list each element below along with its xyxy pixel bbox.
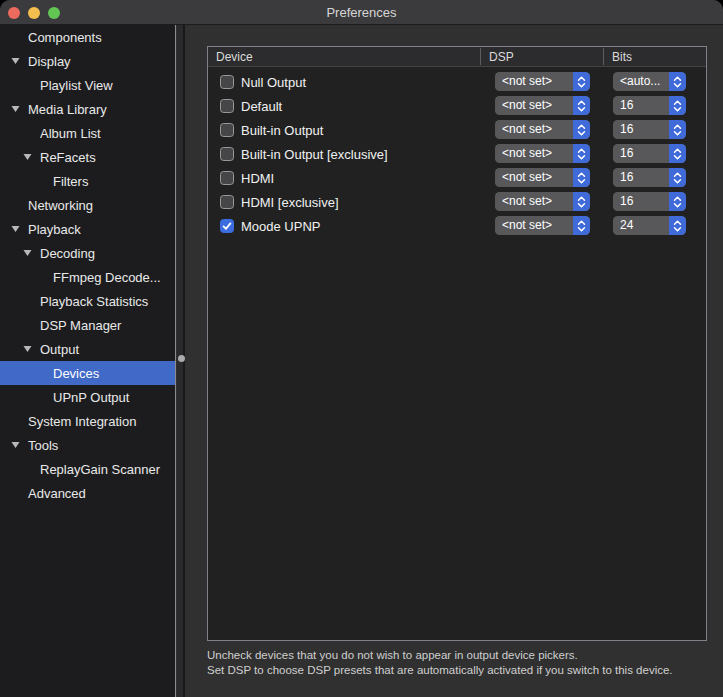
up-down-chevrons-icon — [573, 216, 590, 235]
device-checkbox[interactable] — [220, 219, 234, 233]
sidebar-item-dsp-manager[interactable]: DSP Manager — [0, 313, 175, 337]
device-checkbox[interactable] — [220, 195, 234, 209]
dsp-select[interactable]: <not set> — [495, 192, 590, 211]
footer-help-text: Uncheck devices that you do not wish to … — [207, 648, 719, 678]
sidebar-item-label: Playback — [28, 222, 81, 237]
disclosure-triangle-icon[interactable] — [23, 345, 32, 353]
column-header-device: Device — [216, 47, 253, 67]
sidebar-item-label: System Integration — [28, 414, 136, 429]
sidebar-item-label: Playback Statistics — [40, 294, 148, 309]
sidebar-item-filters[interactable]: Filters — [0, 169, 175, 193]
up-down-chevrons-icon — [573, 96, 590, 115]
sidebar-item-advanced[interactable]: Advanced — [0, 481, 175, 505]
sidebar-item-upnp-output[interactable]: UPnP Output — [0, 385, 175, 409]
sidebar-item-label: Filters — [53, 174, 88, 189]
dsp-select[interactable]: <not set> — [495, 120, 590, 139]
sidebar-item-label: Decoding — [40, 246, 95, 261]
sidebar-item-album-list[interactable]: Album List — [0, 121, 175, 145]
dsp-select[interactable]: <not set> — [495, 144, 590, 163]
dsp-select[interactable]: <not set> — [495, 216, 590, 235]
up-down-chevrons-icon — [669, 144, 686, 163]
titlebar: Preferences — [0, 0, 723, 25]
device-label: Built-in Output [exclusive] — [241, 147, 388, 162]
device-checkbox[interactable] — [220, 123, 234, 137]
sidebar-item-refacets[interactable]: ReFacets — [0, 145, 175, 169]
sidebar-item-replaygain-scanner[interactable]: ReplayGain Scanner — [0, 457, 175, 481]
column-separator — [480, 48, 481, 65]
device-checkbox[interactable] — [220, 147, 234, 161]
sidebar-item-playback[interactable]: Playback — [0, 217, 175, 241]
preferences-sidebar-tree: ComponentsDisplayPlaylist ViewMedia Libr… — [0, 25, 176, 697]
sidebar-item-output[interactable]: Output — [0, 337, 175, 361]
column-separator — [603, 48, 604, 65]
bits-select[interactable]: 16 — [613, 96, 686, 115]
bits-select[interactable]: <auto... — [613, 72, 686, 91]
sidebar-item-label: UPnP Output — [53, 390, 129, 405]
up-down-chevrons-icon — [573, 192, 590, 211]
disclosure-triangle-icon[interactable] — [11, 225, 20, 233]
table-body: Null Output<not set><auto...Default<not … — [208, 67, 706, 238]
disclosure-triangle-icon[interactable] — [11, 105, 20, 113]
up-down-chevrons-icon — [573, 144, 590, 163]
device-checkbox[interactable] — [220, 171, 234, 185]
up-down-chevrons-icon — [669, 216, 686, 235]
sidebar-item-networking[interactable]: Networking — [0, 193, 175, 217]
sidebar-item-playlist-view[interactable]: Playlist View — [0, 73, 175, 97]
sidebar-item-label: Devices — [53, 366, 99, 381]
dsp-select[interactable]: <not set> — [495, 72, 590, 91]
bits-select[interactable]: 16 — [613, 144, 686, 163]
sidebar-item-tools[interactable]: Tools — [0, 433, 175, 457]
sidebar-item-label: Advanced — [28, 486, 86, 501]
dsp-select[interactable]: <not set> — [495, 96, 590, 115]
footer-line-2: Set DSP to choose DSP presets that are a… — [207, 663, 719, 678]
disclosure-triangle-icon[interactable] — [11, 57, 20, 65]
device-label: HDMI [exclusive] — [241, 195, 339, 210]
up-down-chevrons-icon — [669, 120, 686, 139]
bits-select[interactable]: 16 — [613, 120, 686, 139]
sidebar-item-ffmpeg-decode[interactable]: FFmpeg Decode... — [0, 265, 175, 289]
sidebar-item-label: Display — [28, 54, 71, 69]
window-title: Preferences — [0, 0, 723, 25]
table-row-null-output: Null Output<not set><auto... — [208, 70, 706, 94]
sidebar-item-label: FFmpeg Decode... — [53, 270, 161, 285]
sidebar-item-components[interactable]: Components — [0, 25, 175, 49]
table-row-moode-upnp: Moode UPNP<not set>24 — [208, 214, 706, 238]
disclosure-triangle-icon[interactable] — [11, 441, 20, 449]
sidebar-item-label: ReplayGain Scanner — [40, 462, 160, 477]
footer-line-1: Uncheck devices that you do not wish to … — [207, 648, 719, 663]
sidebar-item-playback-statistics[interactable]: Playback Statistics — [0, 289, 175, 313]
sidebar-splitter[interactable] — [177, 25, 185, 697]
main-panel: Device DSP Bits Null Output<not set><aut… — [187, 25, 723, 697]
table-row-hdmi-exclusive: HDMI [exclusive]<not set>16 — [208, 190, 706, 214]
up-down-chevrons-icon — [573, 168, 590, 187]
table-row-built-in-output: Built-in Output<not set>16 — [208, 118, 706, 142]
sidebar-item-system-integration[interactable]: System Integration — [0, 409, 175, 433]
splitter-handle-icon[interactable] — [178, 355, 185, 362]
sidebar-item-label: Networking — [28, 198, 93, 213]
sidebar-item-label: Components — [28, 30, 102, 45]
sidebar-item-media-library[interactable]: Media Library — [0, 97, 175, 121]
device-checkbox[interactable] — [220, 75, 234, 89]
sidebar-item-label: Output — [40, 342, 79, 357]
table-header: Device DSP Bits — [208, 47, 706, 67]
table-row-built-in-output-exclusive: Built-in Output [exclusive]<not set>16 — [208, 142, 706, 166]
sidebar-item-decoding[interactable]: Decoding — [0, 241, 175, 265]
device-label: Built-in Output — [241, 123, 323, 138]
sidebar-item-devices[interactable]: Devices — [0, 361, 175, 385]
output-devices-table: Device DSP Bits Null Output<not set><aut… — [207, 46, 707, 641]
sidebar-item-display[interactable]: Display — [0, 49, 175, 73]
sidebar-item-label: Album List — [40, 126, 101, 141]
device-label: HDMI — [241, 171, 274, 186]
disclosure-triangle-icon[interactable] — [23, 249, 32, 257]
up-down-chevrons-icon — [669, 192, 686, 211]
dsp-select[interactable]: <not set> — [495, 168, 590, 187]
bits-select[interactable]: 16 — [613, 168, 686, 187]
bits-select[interactable]: 16 — [613, 192, 686, 211]
column-header-dsp: DSP — [489, 47, 514, 67]
device-checkbox[interactable] — [220, 99, 234, 113]
device-label: Moode UPNP — [241, 219, 320, 234]
sidebar-item-label: ReFacets — [40, 150, 96, 165]
bits-select[interactable]: 24 — [613, 216, 686, 235]
disclosure-triangle-icon[interactable] — [23, 153, 32, 161]
sidebar-item-label: Playlist View — [40, 78, 113, 93]
